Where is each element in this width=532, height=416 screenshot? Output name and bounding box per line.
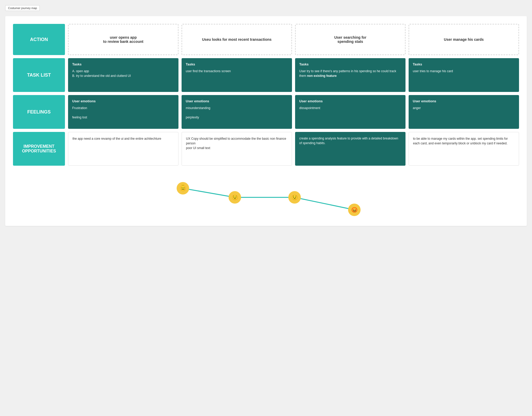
feelings-col-3: User emotions dissapointment [295, 95, 405, 129]
emotion-line-chart: 😐 😐 😟 😟 😡 [13, 171, 519, 218]
svg-text:😡: 😡 [351, 207, 358, 213]
improvement-col-2: UX Copy should be simplified to accommod… [182, 132, 292, 166]
improvement-col-4: to be able to manage my cards within the… [409, 132, 519, 166]
action-col-2: Useu looks for most recent transactions [182, 24, 292, 55]
tasklist-label: TASK LIST [13, 58, 65, 92]
feelings-col-2: User emotions misunderstanding perplexit… [182, 95, 292, 129]
svg-text:😟: 😟 [291, 194, 298, 200]
journey-grid: ACTION user opens app to review bank acc… [13, 24, 519, 218]
improvement-label: IMPROVEMENT OPPORTUNITIES [13, 132, 65, 166]
main-container: ACTION user opens app to review bank acc… [5, 16, 527, 226]
svg-text:😐: 😐 [180, 185, 186, 191]
improvement-col-3: create a spending analysis feature to pr… [295, 132, 405, 166]
action-label: ACTION [13, 24, 65, 55]
tasklist-col-2: Tasks user find the transactions screen [182, 58, 292, 92]
svg-text:😟: 😟 [232, 194, 238, 200]
improvement-col-1: the app need a core revamp of the ui and… [68, 132, 178, 166]
tasklist-col-4: Tasks user tries to manage his card [409, 58, 519, 92]
action-col-3: User searching for spending stats [295, 24, 405, 55]
action-col-4: User manage his cards [409, 24, 519, 55]
tasklist-col-3: Tasks User try to see if there's any pat… [295, 58, 405, 92]
feelings-label: FEELINGS [13, 95, 65, 129]
page-tab[interactable]: Costumer journey map [5, 5, 40, 11]
emotion-chart: 😐 😐 😟 😟 😡 [13, 171, 519, 218]
feelings-col-4: User emotions anger [409, 95, 519, 129]
action-col-1: user opens app to review bank account [68, 24, 178, 55]
tasklist-col-1: Tasks A. open app B. try to understand t… [68, 58, 178, 92]
feelings-col-1: User emotions Frustration feeling lost [68, 95, 178, 129]
